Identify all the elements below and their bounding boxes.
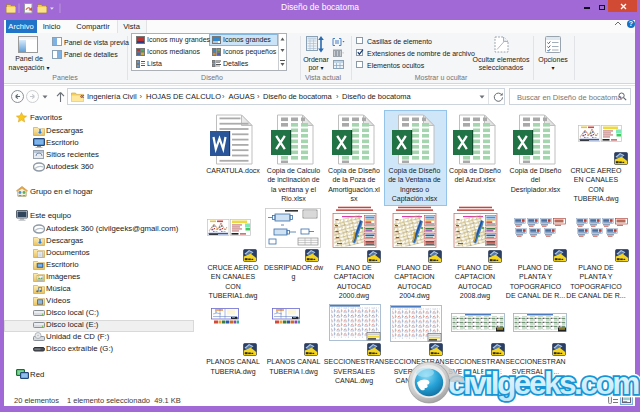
svg-text:civilgeeks.com: civilgeeks.com: [448, 365, 639, 401]
